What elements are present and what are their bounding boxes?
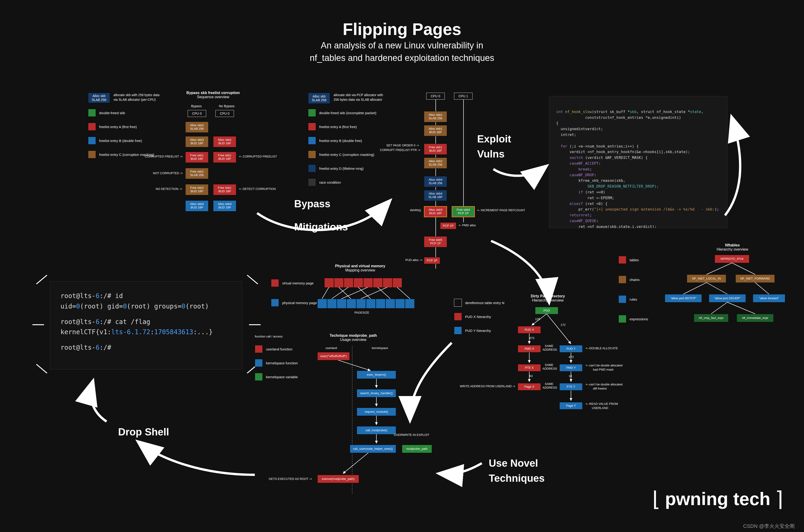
- p2-b6: Alloc skb4BUD 16P: [185, 200, 209, 211]
- swatch-blue-icon: [308, 137, 316, 145]
- dirty-pmdy: PMD Y: [559, 364, 582, 372]
- p4-h1: Alloc skb3BUD 16P: [424, 206, 447, 217]
- deref-l3: PUD Y hierarchy: [454, 327, 491, 335]
- p3-r4: freelist entry C (corruption masking): [308, 151, 374, 158]
- dirty-s3: SAME: [545, 382, 553, 386]
- code-panel: int nf_hook_slow(struct sk_buff *skb, st…: [549, 96, 727, 228]
- swatch-red-icon: [255, 345, 263, 353]
- title-sub-1: An analysis of a new Linux vulnerability…: [310, 40, 494, 51]
- p4-l1: SET PAGE ORDER 0 ->: [386, 144, 419, 147]
- p4-r1: Free skb4PCP 1P: [452, 206, 475, 217]
- terminal: root@lts-6:/# id uid=0(root) gid=0(root)…: [50, 281, 242, 369]
- p2-l3: NOT CORRUPTED ->: [153, 171, 183, 175]
- p2-title: Bypass skb freelist corruptionSequence o…: [183, 91, 243, 99]
- title-main: Flipping Pages: [310, 20, 494, 39]
- dirty-read: <--READ VALUE FROM: [586, 402, 618, 405]
- p4-b3: Free skb1BUD 16P: [424, 144, 447, 155]
- deref-l2: PUD X hierarchy: [454, 313, 491, 321]
- swatch-brown-icon: [308, 151, 316, 158]
- p4-r2: Free skb5PCP 1P: [424, 236, 447, 247]
- nft-title: NftablesHierarchy overview: [712, 243, 753, 251]
- swatch-green-icon: [618, 315, 626, 323]
- p4-warn: WARN(): [410, 208, 421, 212]
- tech-divider: [352, 346, 352, 494]
- svg-line-6: [361, 287, 387, 299]
- nft-e1: nft_cmp_fast_expr: [694, 314, 728, 322]
- brand: ⌊ pwning tech ⌉: [652, 487, 783, 511]
- mem-physrow: [317, 299, 415, 308]
- terminal-line-4: kernelCTF{v1:lts-6.1.72:1705843613:...}: [60, 327, 231, 338]
- p4-cpu0: CPU 0: [426, 93, 445, 100]
- label-exploit-1: Exploit: [477, 133, 511, 145]
- dirty-title: Dirty PagedirectoryHierarchy overview: [522, 294, 573, 303]
- swatch-red-icon: [454, 313, 462, 321]
- tech-l1: userland function: [255, 345, 292, 353]
- dirty-a1: ADDRESS: [542, 348, 557, 352]
- p2-l2: <- CORRUPTED FREELIST: [239, 155, 277, 158]
- spark-icon: [36, 275, 47, 284]
- mem-l2: physical memory page: [271, 299, 317, 307]
- brand-text: pwning tech: [665, 489, 770, 510]
- label-bypass-2: Mitigations: [294, 221, 348, 233]
- terminal-line-2: uid=0(root) gid=0(root) groups=0(root): [60, 301, 231, 312]
- p4-b2: Alloc skb1BUD 16P: [424, 125, 447, 136]
- svg-line-1: [339, 287, 351, 299]
- swatch-blue-icon: [88, 137, 96, 145]
- dirty-cant2b: diff freelist: [593, 387, 607, 390]
- swatch-green-icon: [308, 109, 316, 117]
- nft-r2: "allow port 53/UDP": [709, 294, 746, 303]
- spark-icon: [247, 275, 258, 284]
- swatch-red-icon: [271, 279, 279, 287]
- swatch-blue-icon: [255, 359, 263, 367]
- dirty-s1: SAME: [545, 344, 553, 348]
- nft-n2: NF_INET_LOCAL_IN: [687, 274, 726, 283]
- p2-b3: Free skb1BUD 16P: [185, 152, 209, 163]
- tech-n4: request_module(): [357, 407, 396, 416]
- nft-n1: NFPROTO_IPV4: [714, 255, 749, 263]
- dirty-readb: USERLAND: [592, 406, 608, 410]
- svg-line-3: [358, 287, 370, 299]
- p2-b1: Alloc skb2SLAB 256: [185, 121, 209, 133]
- p1-row3: freelist entry B (double free): [88, 137, 142, 145]
- dirty-pagey: Page Y: [559, 402, 582, 410]
- p2-bypass: Bypass: [191, 104, 202, 108]
- dirty-pmdx: PMD X: [518, 345, 541, 353]
- dirty-ptex: PTE X: [518, 364, 541, 372]
- p4-axis1: [463, 100, 464, 222]
- dirty-dbl: <--DOUBLE ALLOCATE: [586, 346, 618, 350]
- mem-virtrow: [324, 278, 402, 288]
- tech-n5: call_modprobe(): [357, 426, 396, 435]
- mem-title: Physical and virtual memoryMapping overv…: [325, 264, 395, 272]
- p2-n2: Free skb1BUD 16P: [213, 184, 236, 195]
- label-exploit-2: Vulns: [477, 148, 504, 160]
- tech-col2: kernelspace: [372, 346, 388, 350]
- tech-root: GETS EXECUTED AS ROOT ->: [269, 477, 312, 480]
- dirty-473a: 473: [529, 336, 534, 340]
- p4-b1: Alloc skb1SLAB 256: [424, 111, 447, 122]
- dirty-pgd: PGD: [535, 307, 558, 314]
- p3-r1: double-freed skb (incomplete packet): [308, 109, 377, 117]
- p2-b2: Alloc skb3BUD 16P: [185, 136, 209, 147]
- dirty-125: 125: [535, 317, 540, 321]
- p2-b5: Free skb3BUD 16P: [185, 184, 209, 195]
- dirty-s2: SAME: [545, 363, 553, 367]
- p4-pcp1: PCP 1P: [440, 222, 456, 229]
- dirty-pudx: PUD X: [518, 326, 541, 334]
- swatch-red-icon: [308, 123, 316, 131]
- dirty-write: WRITE ADDRESS FROM USERLAND ->: [460, 384, 515, 388]
- nft-l4: expressions: [618, 315, 648, 323]
- dirty-pudy: PUD Y: [559, 345, 582, 353]
- svg-line-4: [341, 287, 368, 299]
- mem-lines: [317, 287, 417, 300]
- p3-title: Alloc skbSLAB 256: [308, 93, 330, 104]
- p3-desc2: 256 bytes data via SLAB allocator: [333, 98, 382, 101]
- dirty-a2: ADDRESS: [542, 367, 557, 370]
- tech-title: Technique modprobe_pathUsage overview: [322, 334, 384, 342]
- p2-b4: Free skb2SLAB 256: [185, 168, 209, 179]
- svg-line-12: [755, 283, 769, 294]
- swatch-dark-icon: [308, 178, 316, 186]
- p2-l4: NO DETECTION ->: [156, 187, 182, 191]
- p1-desc2: via SLAB allocator (per-CPU): [114, 98, 156, 101]
- p4-l5: PUD alloc ->: [405, 258, 422, 262]
- dirty-172: 172: [560, 323, 566, 327]
